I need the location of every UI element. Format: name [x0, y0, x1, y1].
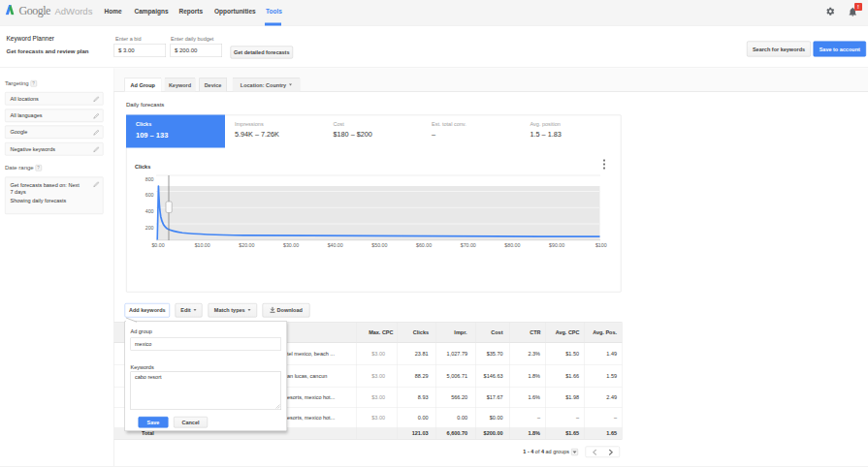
svg-text:$80.00: $80.00	[504, 242, 520, 248]
svg-text:400: 400	[145, 208, 154, 214]
svg-text:600: 600	[145, 192, 154, 198]
svg-text:$70.00: $70.00	[461, 242, 476, 248]
svg-text:$10.00: $10.00	[195, 242, 210, 248]
svg-text:$20.00: $20.00	[239, 242, 254, 248]
svg-text:$60.00: $60.00	[416, 242, 432, 248]
svg-text:$30.00: $30.00	[283, 242, 299, 248]
svg-text:$100: $100	[595, 242, 607, 248]
svg-text:800: 800	[145, 176, 154, 182]
svg-text:$90.00: $90.00	[549, 242, 564, 248]
svg-text:200: 200	[145, 225, 154, 231]
svg-text:$40.00: $40.00	[328, 242, 343, 248]
svg-text:$0.00: $0.00	[151, 242, 164, 248]
svg-text:$50.00: $50.00	[371, 242, 387, 248]
